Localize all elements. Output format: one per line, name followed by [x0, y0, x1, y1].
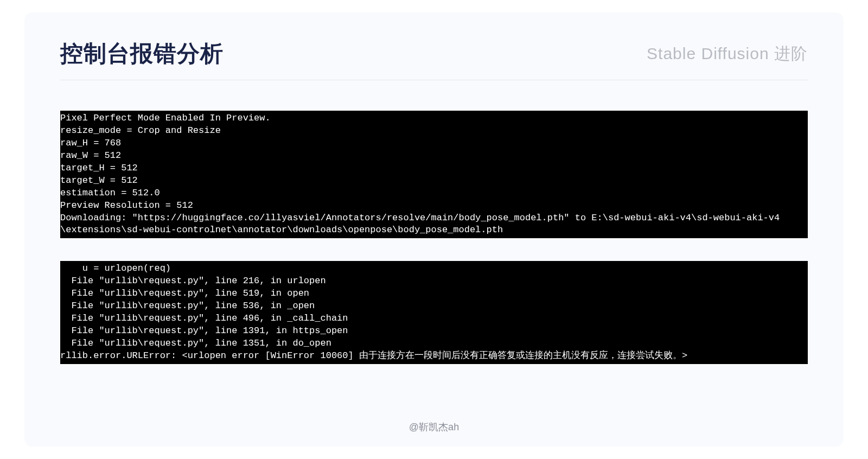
- title-text: 控制台报错分析: [60, 41, 224, 66]
- slide-header: 控制台报错分析 Stable Diffusion 进阶: [60, 39, 808, 80]
- page-title: 控制台报错分析: [60, 39, 224, 69]
- console-output-error: u = urlopen(req) File "urllib\request.py…: [60, 261, 808, 364]
- slide-container: 控制台报错分析 Stable Diffusion 进阶 Pixel Perfec…: [24, 12, 844, 447]
- console-output-download: Pixel Perfect Mode Enabled In Preview. r…: [60, 111, 808, 238]
- footer-credit: @靳凯杰ah: [24, 420, 844, 433]
- page-subtitle: Stable Diffusion 进阶: [647, 43, 808, 65]
